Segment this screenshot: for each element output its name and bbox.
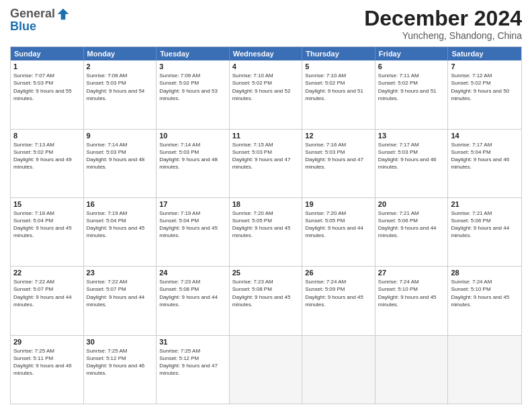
cell-info: Sunrise: 7:25 AMSunset: 5:12 PMDaylight:… [87,347,154,377]
cell-info: Sunrise: 7:22 AMSunset: 5:07 PMDaylight:… [13,278,81,308]
calendar-cell: 24Sunrise: 7:23 AMSunset: 5:08 PMDayligh… [157,267,230,334]
calendar-cell: 11Sunrise: 7:15 AMSunset: 5:03 PMDayligh… [230,130,303,197]
calendar-cell: 31Sunrise: 7:25 AMSunset: 5:12 PMDayligh… [157,336,230,404]
cell-info: Sunrise: 7:14 AMSunset: 5:03 PMDaylight:… [159,141,226,171]
calendar-cell: 8Sunrise: 7:13 AMSunset: 5:02 PMDaylight… [11,130,84,197]
logo-text: General [10,7,70,21]
day-number: 28 [451,269,519,277]
day-number: 26 [305,269,372,277]
calendar-cell: 18Sunrise: 7:20 AMSunset: 5:05 PMDayligh… [230,198,303,266]
day-number: 31 [159,338,226,346]
cell-info: Sunrise: 7:21 AMSunset: 5:06 PMDaylight:… [378,210,445,240]
cell-info: Sunrise: 7:10 AMSunset: 5:02 PMDaylight:… [232,72,300,102]
cell-info: Sunrise: 7:08 AMSunset: 5:03 PMDaylight:… [87,72,154,102]
logo-blue: Blue [10,19,36,34]
day-number: 6 [378,62,445,71]
cell-info: Sunrise: 7:09 AMSunset: 5:02 PMDaylight:… [159,72,226,102]
cell-info: Sunrise: 7:23 AMSunset: 5:08 PMDaylight:… [159,278,226,308]
day-number: 13 [378,132,445,140]
calendar-cell [448,336,521,404]
calendar-row: 8Sunrise: 7:13 AMSunset: 5:02 PMDaylight… [11,129,521,197]
day-number: 14 [451,132,519,140]
calendar-row: 1Sunrise: 7:07 AMSunset: 5:03 PMDaylight… [11,60,521,128]
day-number: 30 [87,338,154,346]
day-number: 27 [378,269,445,277]
calendar-cell: 14Sunrise: 7:17 AMSunset: 5:04 PMDayligh… [448,130,521,197]
calendar-row: 15Sunrise: 7:18 AMSunset: 5:04 PMDayligh… [11,197,521,266]
logo-general: General [10,7,55,21]
cell-info: Sunrise: 7:24 AMSunset: 5:10 PMDaylight:… [451,278,519,308]
day-number: 2 [87,62,154,71]
cell-info: Sunrise: 7:24 AMSunset: 5:09 PMDaylight:… [305,278,372,308]
cell-info: Sunrise: 7:20 AMSunset: 5:05 PMDaylight:… [232,210,300,240]
header-day-friday: Friday [375,47,449,60]
header-day-saturday: Saturday [448,47,521,60]
calendar-cell: 19Sunrise: 7:20 AMSunset: 5:05 PMDayligh… [302,198,375,266]
page-header: General Blue December 2024 Yuncheng, Sha… [10,7,522,41]
day-number: 29 [13,338,81,346]
calendar-cell: 20Sunrise: 7:21 AMSunset: 5:06 PMDayligh… [375,198,449,266]
calendar-cell: 2Sunrise: 7:08 AMSunset: 5:03 PMDaylight… [84,60,157,128]
calendar-cell: 25Sunrise: 7:23 AMSunset: 5:08 PMDayligh… [230,267,303,334]
cell-info: Sunrise: 7:18 AMSunset: 5:04 PMDaylight:… [13,210,81,240]
cell-info: Sunrise: 7:20 AMSunset: 5:05 PMDaylight:… [305,210,372,240]
calendar-cell: 1Sunrise: 7:07 AMSunset: 5:03 PMDaylight… [11,60,84,128]
title-section: December 2024 Yuncheng, Shandong, China [364,7,522,41]
calendar-body: 1Sunrise: 7:07 AMSunset: 5:03 PMDaylight… [11,60,521,404]
calendar-cell: 26Sunrise: 7:24 AMSunset: 5:09 PMDayligh… [302,267,375,334]
page-container: General Blue December 2024 Yuncheng, Sha… [0,0,532,411]
logo-icon [56,7,70,21]
calendar-cell [375,336,449,404]
logo: General Blue [10,7,70,34]
header-day-monday: Monday [84,47,157,60]
cell-info: Sunrise: 7:11 AMSunset: 5:02 PMDaylight:… [378,72,445,102]
day-number: 22 [13,269,81,277]
cell-info: Sunrise: 7:14 AMSunset: 5:03 PMDaylight:… [87,141,154,171]
calendar-cell: 6Sunrise: 7:11 AMSunset: 5:02 PMDaylight… [375,60,449,128]
cell-info: Sunrise: 7:24 AMSunset: 5:10 PMDaylight:… [378,278,445,308]
cell-info: Sunrise: 7:07 AMSunset: 5:03 PMDaylight:… [13,72,81,102]
day-number: 5 [305,62,372,71]
calendar-cell: 22Sunrise: 7:22 AMSunset: 5:07 PMDayligh… [11,267,84,334]
calendar-cell: 21Sunrise: 7:21 AMSunset: 5:06 PMDayligh… [448,198,521,266]
calendar-cell [230,336,303,404]
calendar-cell [302,336,375,404]
day-number: 18 [232,200,300,208]
calendar-cell: 27Sunrise: 7:24 AMSunset: 5:10 PMDayligh… [375,267,449,334]
header-day-thursday: Thursday [302,47,375,60]
cell-info: Sunrise: 7:25 AMSunset: 5:12 PMDaylight:… [159,347,226,377]
calendar-cell: 15Sunrise: 7:18 AMSunset: 5:04 PMDayligh… [11,198,84,266]
day-number: 24 [159,269,226,277]
day-number: 11 [232,132,300,140]
calendar-cell: 7Sunrise: 7:12 AMSunset: 5:02 PMDaylight… [448,60,521,128]
day-number: 12 [305,132,372,140]
calendar-row: 29Sunrise: 7:25 AMSunset: 5:11 PMDayligh… [11,335,521,404]
day-number: 16 [87,200,154,208]
calendar-cell: 9Sunrise: 7:14 AMSunset: 5:03 PMDaylight… [84,130,157,197]
day-number: 19 [305,200,372,208]
day-number: 8 [13,132,81,140]
cell-info: Sunrise: 7:25 AMSunset: 5:11 PMDaylight:… [13,347,81,377]
day-number: 21 [451,200,519,208]
cell-info: Sunrise: 7:23 AMSunset: 5:08 PMDaylight:… [232,278,300,308]
cell-info: Sunrise: 7:17 AMSunset: 5:03 PMDaylight:… [378,141,445,171]
calendar-cell: 13Sunrise: 7:17 AMSunset: 5:03 PMDayligh… [375,130,449,197]
cell-info: Sunrise: 7:12 AMSunset: 5:02 PMDaylight:… [451,72,519,102]
cell-info: Sunrise: 7:21 AMSunset: 5:06 PMDaylight:… [451,210,519,240]
day-number: 9 [87,132,154,140]
cell-info: Sunrise: 7:19 AMSunset: 5:04 PMDaylight:… [87,210,154,240]
day-number: 4 [232,62,300,71]
calendar-cell: 4Sunrise: 7:10 AMSunset: 5:02 PMDaylight… [230,60,303,128]
cell-info: Sunrise: 7:10 AMSunset: 5:02 PMDaylight:… [305,72,372,102]
header-day-wednesday: Wednesday [230,47,303,60]
cell-info: Sunrise: 7:17 AMSunset: 5:04 PMDaylight:… [451,141,519,171]
calendar-cell: 16Sunrise: 7:19 AMSunset: 5:04 PMDayligh… [84,198,157,266]
calendar-cell: 23Sunrise: 7:22 AMSunset: 5:07 PMDayligh… [84,267,157,334]
calendar: SundayMondayTuesdayWednesdayThursdayFrid… [10,46,522,404]
cell-info: Sunrise: 7:15 AMSunset: 5:03 PMDaylight:… [232,141,300,171]
calendar-row: 22Sunrise: 7:22 AMSunset: 5:07 PMDayligh… [11,266,521,334]
day-number: 15 [13,200,81,208]
calendar-cell: 28Sunrise: 7:24 AMSunset: 5:10 PMDayligh… [448,267,521,334]
location: Yuncheng, Shandong, China [364,30,522,41]
day-number: 10 [159,132,226,140]
